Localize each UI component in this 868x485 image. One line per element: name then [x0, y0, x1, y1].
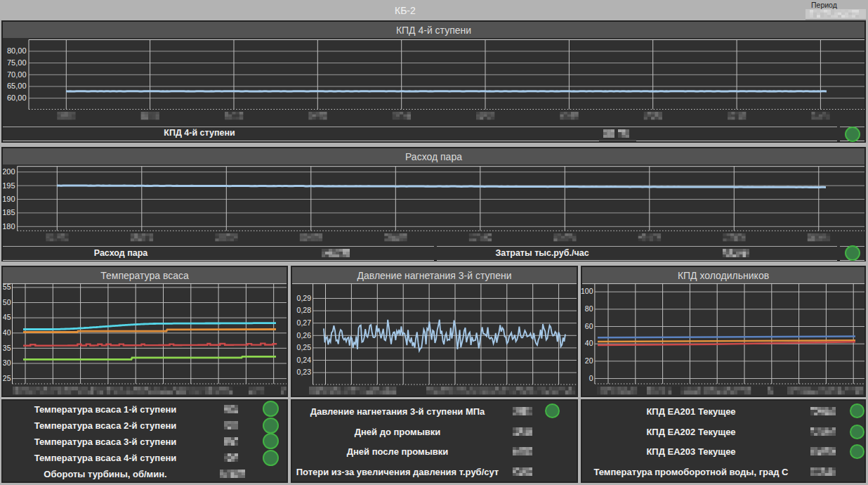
svg-text:60,00: 60,00	[7, 93, 27, 102]
svg-text:200: 200	[3, 167, 15, 176]
svg-text:195: 195	[3, 181, 15, 190]
svg-text:0,25: 0,25	[297, 343, 312, 351]
svg-text:190: 190	[3, 195, 15, 203]
svg-text:0,27: 0,27	[297, 318, 312, 327]
svg-text:75,00: 75,00	[7, 58, 27, 67]
svg-text:60: 60	[585, 322, 593, 330]
svg-text:55: 55	[3, 283, 11, 291]
svg-text:30: 30	[3, 358, 11, 367]
svg-text:65,00: 65,00	[7, 82, 27, 90]
svg-text:0,24: 0,24	[297, 356, 312, 364]
svg-text:185: 185	[3, 208, 15, 216]
svg-text:40: 40	[3, 328, 11, 337]
svg-text:25: 25	[3, 374, 11, 382]
svg-text:35: 35	[3, 344, 11, 352]
svg-text:70,00: 70,00	[7, 70, 27, 79]
svg-text:0,29: 0,29	[297, 294, 312, 302]
svg-text:45: 45	[3, 313, 11, 321]
svg-text:180: 180	[3, 222, 15, 231]
svg-text:50: 50	[3, 298, 11, 306]
svg-text:80: 80	[585, 304, 593, 313]
svg-text:0,26: 0,26	[297, 331, 312, 340]
svg-text:20: 20	[585, 356, 593, 365]
svg-text:80,00: 80,00	[7, 46, 27, 55]
svg-text:0,23: 0,23	[297, 368, 312, 376]
svg-text:0,28: 0,28	[297, 306, 312, 314]
svg-text:40: 40	[585, 339, 593, 347]
svg-text:0: 0	[589, 374, 593, 382]
svg-text:100: 100	[581, 287, 593, 295]
